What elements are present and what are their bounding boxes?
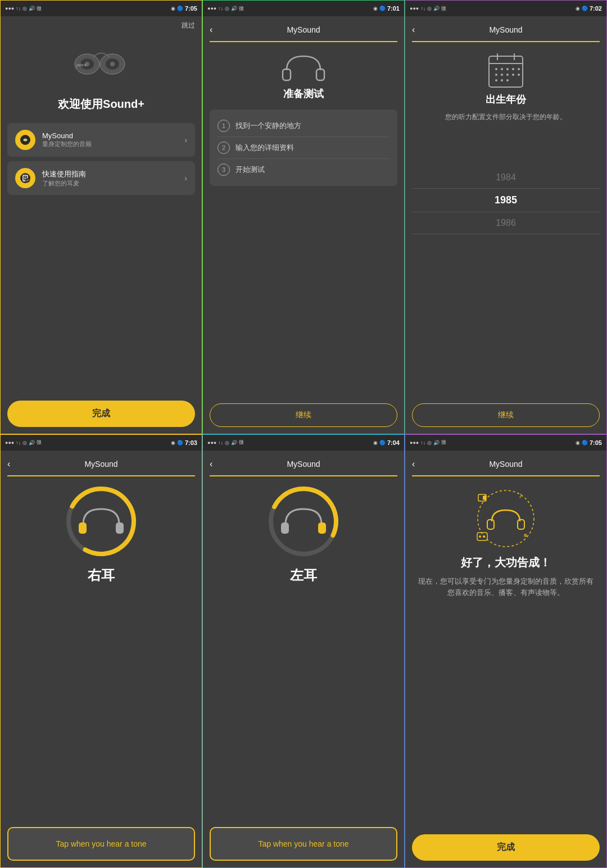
complete-button-1[interactable]: 完成 bbox=[7, 401, 195, 427]
svg-rect-37 bbox=[116, 522, 124, 534]
mysound-icon bbox=[15, 130, 35, 150]
status-bar-4: ●●●↑↓◎🔊微 ◉🔵 7:03 bbox=[1, 435, 202, 451]
guide-chevron: › bbox=[184, 174, 187, 183]
mysound-icon-svg bbox=[20, 134, 31, 146]
skip-button[interactable]: 跳过 bbox=[182, 21, 195, 30]
time-3: 7:02 bbox=[590, 5, 602, 12]
continue-button-2[interactable]: 继续 bbox=[210, 403, 397, 427]
back-arrow-2[interactable]: ‹ bbox=[210, 25, 212, 35]
guide-menu-item[interactable]: 快速使用指南 了解您的耳麦 › bbox=[7, 161, 195, 195]
svg-point-27 bbox=[501, 74, 503, 76]
tap-button-right[interactable]: Tap when you hear a tone bbox=[7, 827, 195, 861]
status-bar-1: ●●●↑↓◎🔊微 ◉🔵 7:05 bbox=[1, 1, 202, 16]
mysound-item-text: MySound 量身定制您的音频 bbox=[42, 131, 184, 148]
cell5-topnav: ‹ MySound bbox=[210, 457, 397, 471]
section-title-2: 准备测试 bbox=[283, 87, 324, 101]
guide-icon-svg bbox=[20, 172, 31, 184]
cell6-content: ‹ MySound ♪ bbox=[405, 451, 606, 868]
cell4-content: ‹ MySound 右耳 Tap when you hear a bbox=[1, 451, 202, 868]
step-list: 1 找到一个安静的地方 2 输入您的详细资料 3 开始测试 bbox=[210, 110, 397, 186]
cell4-topnav: ‹ MySound bbox=[7, 457, 195, 471]
done-celebration-svg: ♪ bbox=[469, 482, 542, 555]
svg-rect-17 bbox=[489, 56, 523, 87]
right-ear-section: 右耳 bbox=[7, 482, 195, 828]
time-4: 7:03 bbox=[185, 439, 197, 446]
status-icons-right-1: ◉🔵 7:05 bbox=[171, 5, 197, 12]
tap-button-left[interactable]: Tap when you hear a tone bbox=[210, 827, 397, 861]
mysound-chevron: › bbox=[184, 135, 187, 144]
time-2: 7:01 bbox=[387, 5, 400, 12]
step-text-1: 找到一个安静的地方 bbox=[235, 121, 301, 131]
step-item-2: 2 输入您的详细资料 bbox=[218, 137, 389, 159]
earbuds-svg: jabra bbox=[67, 40, 135, 85]
cell5-content: ‹ MySound 左耳 Tap when you hear a tone bbox=[203, 451, 404, 868]
nav-underline-2 bbox=[210, 41, 397, 42]
status-icons-left-3: ●●●↑↓◎🔊微 bbox=[410, 5, 446, 12]
right-ear-label: 右耳 bbox=[88, 566, 115, 584]
guide-item-sub: 了解您的耳麦 bbox=[42, 179, 184, 188]
svg-point-35 bbox=[62, 482, 141, 561]
step-num-2: 2 bbox=[218, 142, 230, 154]
svg-rect-41 bbox=[318, 522, 326, 534]
cell2-topnav: ‹ MySound bbox=[210, 23, 397, 37]
section-title-3: 出生年份 bbox=[486, 93, 526, 106]
continue-button-3[interactable]: 继续 bbox=[412, 403, 600, 427]
year-1985[interactable]: 1985 bbox=[412, 189, 600, 212]
back-arrow-3[interactable]: ‹ bbox=[412, 25, 415, 35]
svg-point-50 bbox=[524, 534, 527, 537]
cell2-content: ‹ MySound 准备测试 1 找到一个安静的地方 2 输入您的详细资料 bbox=[203, 16, 404, 434]
svg-point-39 bbox=[264, 482, 343, 561]
year-1986[interactable]: 1986 bbox=[412, 212, 600, 234]
nav-title-5: MySound bbox=[287, 460, 320, 469]
nav-underline-6 bbox=[412, 475, 600, 476]
time-1: 7:05 bbox=[185, 5, 197, 12]
left-ear-section: 左耳 bbox=[210, 482, 397, 828]
complete-button-6[interactable]: 完成 bbox=[412, 834, 600, 861]
status-icons-left-1: ●●●↑↓◎🔊微 bbox=[5, 5, 42, 12]
year-picker[interactable]: 1984 1985 1986 bbox=[412, 133, 600, 268]
back-arrow-6[interactable]: ‹ bbox=[412, 459, 415, 469]
svg-point-8 bbox=[24, 139, 26, 141]
earbuds-image: jabra bbox=[67, 40, 135, 85]
svg-point-33 bbox=[506, 79, 509, 81]
step-item-1: 1 找到一个安静的地方 bbox=[218, 115, 389, 137]
mysound-menu-item[interactable]: MySound 量身定制您的音频 › bbox=[7, 123, 195, 157]
guide-item-text: 快速使用指南 了解您的耳麦 bbox=[42, 169, 184, 188]
status-bar-6: ●●●↑↓◎🔊微 ◉🔵 7:05 bbox=[405, 435, 606, 451]
status-icons-right-5: ◉🔵 7:04 bbox=[373, 439, 400, 446]
svg-rect-15 bbox=[283, 69, 291, 80]
right-ear-progress-svg bbox=[62, 482, 141, 561]
svg-point-5 bbox=[110, 62, 115, 66]
svg-point-29 bbox=[512, 74, 514, 76]
status-bar-2: ●●●↑↓◎🔊微 ◉🔵 7:01 bbox=[203, 1, 404, 16]
cell3-content: ‹ MySound bbox=[405, 16, 606, 434]
svg-point-25 bbox=[518, 68, 520, 70]
cell-birthyear: ●●●↑↓◎🔊微 ◉🔵 7:02 ‹ MySound bbox=[405, 0, 607, 434]
status-icons-left-2: ●●●↑↓◎🔊微 bbox=[207, 5, 244, 12]
cell1-content: 跳过 jabra 欢迎使用Sound+ bbox=[1, 16, 202, 434]
back-arrow-5[interactable]: ‹ bbox=[210, 459, 212, 469]
cell1-topnav: 跳过 bbox=[7, 23, 195, 28]
status-icons-left-4: ●●●↑↓◎🔊微 bbox=[5, 439, 42, 446]
status-icons-right-2: ◉🔵 7:01 bbox=[373, 5, 400, 12]
cell-welcome: ●●●↑↓◎🔊微 ◉🔵 7:05 跳过 bbox=[0, 0, 202, 434]
nav-underline-3 bbox=[412, 41, 600, 42]
status-icons-right-3: ◉🔵 7:02 bbox=[576, 5, 602, 12]
status-bar-3: ●●●↑↓◎🔊微 ◉🔵 7:02 bbox=[405, 1, 606, 16]
step-num-1: 1 bbox=[218, 120, 230, 132]
cell-left-ear: ●●●↑↓◎🔊微 ◉🔵 7:04 ‹ MySound bbox=[202, 434, 405, 869]
mysound-item-sub: 量身定制您的音频 bbox=[42, 140, 184, 148]
guide-item-title: 快速使用指南 bbox=[42, 169, 184, 179]
cell6-topnav: ‹ MySound bbox=[412, 457, 600, 471]
svg-point-30 bbox=[518, 74, 520, 76]
svg-point-32 bbox=[501, 79, 503, 81]
svg-point-21 bbox=[495, 68, 497, 70]
svg-rect-16 bbox=[316, 69, 324, 80]
nav-title-4: MySound bbox=[84, 460, 117, 469]
app-grid: ●●●↑↓◎🔊微 ◉🔵 7:05 跳过 bbox=[0, 0, 607, 868]
year-1984[interactable]: 1984 bbox=[412, 167, 600, 189]
nav-underline-5 bbox=[210, 475, 397, 476]
back-arrow-4[interactable]: ‹ bbox=[7, 459, 10, 469]
cell-done: ●●●↑↓◎🔊微 ◉🔵 7:05 ‹ MySound ♪ bbox=[405, 434, 607, 869]
cell-right-ear: ●●●↑↓◎🔊微 ◉🔵 7:03 ‹ MySound bbox=[0, 434, 202, 869]
